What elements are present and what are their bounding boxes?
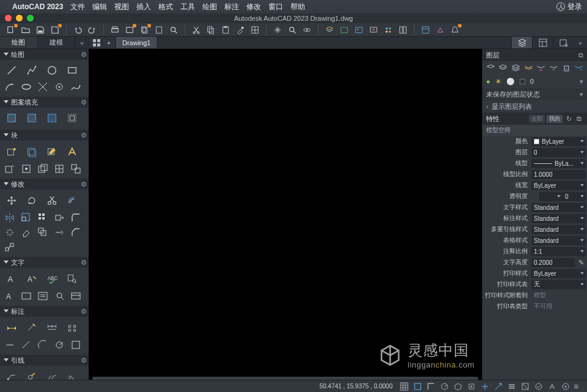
- copy-tool[interactable]: [34, 225, 51, 240]
- align-tool[interactable]: [1, 240, 18, 254]
- palette-tab-model[interactable]: 建模: [38, 37, 76, 48]
- rotate-tool[interactable]: [21, 191, 42, 210]
- rp-tab-blocks[interactable]: [553, 37, 574, 48]
- image-button[interactable]: [353, 24, 365, 35]
- layer-btn-1[interactable]: [485, 62, 497, 73]
- panel-draw-header[interactable]: 绘图⚙: [0, 49, 89, 60]
- publish-button[interactable]: [124, 24, 136, 35]
- spline-tool[interactable]: [67, 80, 84, 94]
- pick-icon[interactable]: ✎: [576, 258, 586, 267]
- design-center-button[interactable]: [397, 24, 409, 35]
- point-tool[interactable]: [51, 80, 67, 94]
- zoom-button[interactable]: [286, 24, 298, 35]
- prop-lweight[interactable]: 线宽ByLayer: [482, 180, 587, 191]
- fillet-tool[interactable]: [67, 210, 84, 225]
- layer-btn-6[interactable]: [548, 62, 559, 73]
- dim-sub1[interactable]: [1, 338, 18, 352]
- prop-pstyle[interactable]: 打印样式ByLayer: [482, 268, 587, 279]
- block-sub4[interactable]: [51, 161, 67, 176]
- transparency-toggle[interactable]: [520, 382, 531, 391]
- window-minimize-button[interactable]: [16, 15, 23, 21]
- dyn-input-toggle[interactable]: [493, 382, 504, 391]
- rectangle-tool[interactable]: [62, 61, 82, 80]
- stretch-tool[interactable]: [51, 210, 67, 225]
- explode-tool[interactable]: [1, 225, 18, 240]
- menu-draw[interactable]: 绘图: [202, 2, 217, 12]
- annotation-toggle[interactable]: [547, 382, 558, 391]
- ellipse-tool[interactable]: [18, 80, 34, 94]
- window-zoom-button[interactable]: [27, 15, 34, 21]
- menu-insert[interactable]: 插入: [136, 2, 151, 12]
- prop-annoscale[interactable]: 注释比例1:1: [482, 246, 587, 257]
- menu-tools[interactable]: 工具: [180, 2, 195, 12]
- erase-tool[interactable]: [18, 225, 34, 240]
- rp-tab-layers[interactable]: [511, 37, 532, 48]
- page-setup-button[interactable]: [153, 24, 165, 35]
- markup-button[interactable]: [434, 24, 446, 35]
- rp-collapse-button[interactable]: »: [574, 37, 587, 48]
- preview-button[interactable]: [168, 24, 180, 35]
- edit-block-tool[interactable]: [42, 142, 62, 161]
- hatch-tool[interactable]: [1, 109, 21, 127]
- dim-sub5[interactable]: [67, 338, 84, 352]
- ortho-toggle[interactable]: [426, 382, 437, 391]
- circle-tool[interactable]: [42, 61, 62, 80]
- prop-tstyle[interactable]: 文字样式Standard: [482, 202, 587, 213]
- gear-icon[interactable]: ⚙: [81, 357, 87, 364]
- workspace-toggle[interactable]: [560, 382, 571, 391]
- otrack-toggle[interactable]: [479, 382, 490, 391]
- xline-tool[interactable]: [34, 80, 51, 94]
- block-sub5[interactable]: [67, 161, 84, 176]
- extend-tool[interactable]: [51, 225, 67, 240]
- menu-window[interactable]: 窗口: [268, 2, 283, 12]
- text-sub3[interactable]: [34, 289, 51, 303]
- tool-palettes-button[interactable]: [382, 24, 394, 35]
- panel-annotate-header[interactable]: 标注⚙: [0, 306, 89, 317]
- gear-icon[interactable]: ⚙: [81, 180, 87, 188]
- orbit-button[interactable]: [301, 24, 313, 35]
- dim-sub4[interactable]: [51, 338, 67, 352]
- mirror-tool[interactable]: [1, 210, 18, 225]
- menu-modify[interactable]: 修改: [246, 2, 261, 12]
- layer-btn-4[interactable]: [523, 62, 534, 73]
- dim-sub3[interactable]: [34, 338, 51, 352]
- layer-btn-7[interactable]: [561, 62, 572, 73]
- layer-list-expand[interactable]: 显示图层列表: [482, 100, 587, 113]
- prop-theight[interactable]: 文字高度0.2000✎: [482, 257, 587, 268]
- block-sub1[interactable]: [1, 161, 18, 176]
- block-sub3[interactable]: [34, 161, 51, 176]
- block-sub2[interactable]: [18, 161, 34, 176]
- trim-tool[interactable]: [42, 191, 62, 210]
- menu-file[interactable]: 文件: [70, 2, 85, 12]
- login-button[interactable]: 人登录: [556, 2, 582, 12]
- window-close-button[interactable]: [5, 15, 12, 21]
- grid-toggle[interactable]: [399, 382, 410, 391]
- current-layer[interactable]: ● ☀ ⚪ 0 ▾: [482, 75, 587, 88]
- region-tool[interactable]: [62, 109, 82, 127]
- sync-icon[interactable]: ↻: [564, 115, 573, 123]
- redo-button[interactable]: [86, 24, 98, 35]
- quick-dim-tool[interactable]: [62, 318, 82, 338]
- panel-block-header[interactable]: 块⚙: [0, 130, 89, 141]
- undo-button[interactable]: [72, 24, 84, 35]
- text-sub2[interactable]: [18, 289, 34, 303]
- new-button[interactable]: [5, 24, 17, 35]
- menu-format[interactable]: 格式: [158, 2, 173, 12]
- layer-btn-8[interactable]: [573, 62, 585, 73]
- lwt-toggle[interactable]: [506, 382, 517, 391]
- boundary-tool[interactable]: [42, 109, 62, 127]
- offset-tool[interactable]: [62, 191, 82, 210]
- polar-toggle[interactable]: [439, 382, 450, 391]
- text-sub5[interactable]: [67, 289, 84, 303]
- panel-text-header[interactable]: 文字⚙: [0, 257, 89, 268]
- dim-style-tool[interactable]: [21, 318, 42, 338]
- prop-mlstyle[interactable]: 多重引线样式Standard: [482, 224, 587, 235]
- paste-button[interactable]: [220, 24, 232, 35]
- snap-toggle[interactable]: [412, 382, 423, 391]
- prop-linetype[interactable]: 线型ByLa...: [482, 158, 587, 169]
- start-tab-button[interactable]: [90, 37, 103, 48]
- open-button[interactable]: [20, 24, 32, 35]
- gear-icon[interactable]: ⚙: [81, 131, 87, 139]
- chip-all[interactable]: 全部: [529, 115, 545, 123]
- mtext-tool[interactable]: A: [1, 269, 21, 289]
